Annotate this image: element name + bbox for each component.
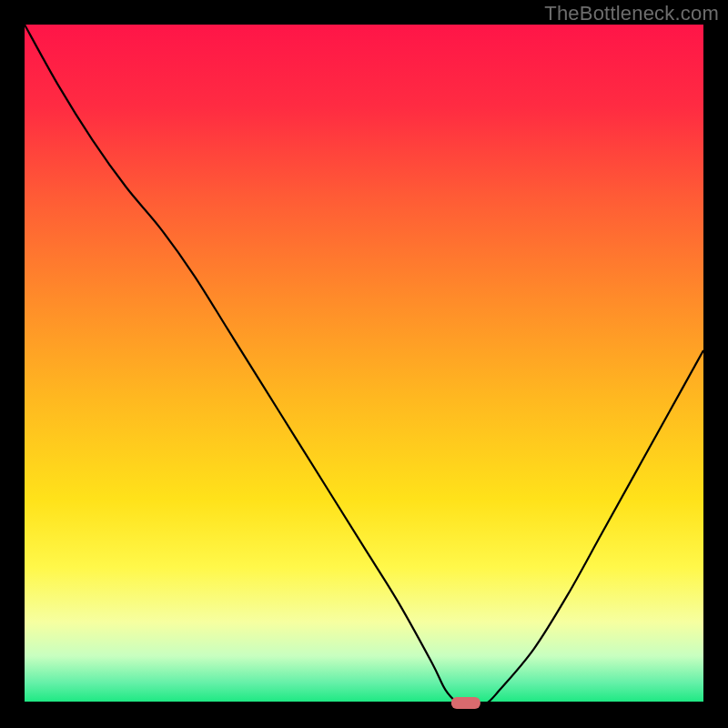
baseline-strip (25, 702, 703, 703)
plot-background (25, 25, 703, 703)
bottleneck-chart (0, 0, 728, 728)
optimal-marker (451, 697, 480, 709)
chart-frame: TheBottleneck.com (0, 0, 728, 728)
watermark-text: TheBottleneck.com (544, 2, 719, 25)
